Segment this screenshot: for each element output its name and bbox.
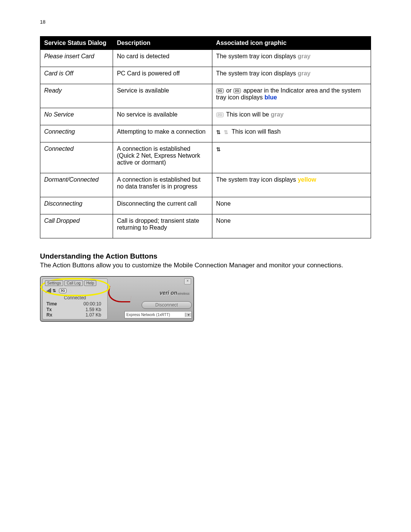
cell-icon: ⇅ ⇅ This icon will flash xyxy=(212,125,371,142)
th-desc: Description xyxy=(113,37,212,50)
cell-icon: 3G or 2G appear in the Indicator area an… xyxy=(212,84,371,108)
table-row: Please insert Card No card is detected T… xyxy=(40,50,371,67)
network-value: Express Network (1xRTT) xyxy=(125,313,185,317)
status-label: Connected xyxy=(45,295,105,300)
table-row: Disconnecting Disconnecting the current … xyxy=(40,197,371,214)
arrows-icon: ⇅ xyxy=(216,146,221,152)
cell-status: Call Dropped xyxy=(40,214,113,238)
table-row: Connected A connection is established (Q… xyxy=(40,142,371,173)
roaming-icon: △ xyxy=(69,288,72,293)
color-word: gray xyxy=(298,53,311,59)
cell-status: No Service xyxy=(40,108,113,125)
2g-gray-icon: 2G xyxy=(216,112,224,117)
time-value: 00:00:10 xyxy=(67,301,105,307)
cell-status: Connected xyxy=(40,142,113,173)
cell-status: Ready xyxy=(40,84,113,108)
arrows-icon: ⇅ xyxy=(53,288,56,293)
cell-status: Card is Off xyxy=(40,67,113,84)
tx-key: Tx xyxy=(45,307,67,312)
cell-desc: Disconnecting the current call xyxy=(113,197,212,214)
icon-text: The system tray icon displays xyxy=(216,70,298,77)
calllog-button[interactable]: Call Log xyxy=(64,280,83,286)
cell-desc: No card is detected xyxy=(113,50,212,67)
cell-icon: 2G This icon will be gray xyxy=(212,108,371,125)
service-status-table: Service Status Dialog Description Associ… xyxy=(40,36,371,238)
help-button[interactable]: Help xyxy=(84,280,97,286)
rx-key: Rx xyxy=(45,312,67,318)
cell-status: Disconnecting xyxy=(40,197,113,214)
table-row: Connecting Attempting to make a connecti… xyxy=(40,125,371,142)
3g-icon: 3G xyxy=(216,88,224,93)
time-key: Time xyxy=(45,301,67,307)
section-body: The Action Buttons allow you to customiz… xyxy=(40,261,371,269)
cell-desc: Call is dropped; transient state returni… xyxy=(113,214,212,238)
color-word: yellow xyxy=(298,176,316,183)
cell-desc: A connection is established but no data … xyxy=(113,173,212,197)
connection-manager-window: × Settings Call Log Help ⇅ 3G △ Connecte… xyxy=(40,276,194,322)
tx-value: 1.59 Kb xyxy=(67,307,105,312)
logo-sub: wireless xyxy=(177,292,190,296)
3g-icon: 3G xyxy=(59,288,67,293)
arrows-faded-icon: ⇅ xyxy=(224,129,228,135)
color-word: gray xyxy=(271,111,284,118)
table-row: Card is Off PC Card is powered off The s… xyxy=(40,67,371,84)
cell-icon: The system tray icon displays gray xyxy=(212,67,371,84)
signal-icon xyxy=(46,288,51,293)
network-select[interactable]: Express Network (1xRTT) ▾ xyxy=(124,311,192,318)
cell-icon: The system tray icon displays gray xyxy=(212,50,371,67)
disconnect-button[interactable]: Disconnect xyxy=(142,301,192,309)
cell-status: Dormant/Connected xyxy=(40,173,113,197)
stats: Time00:00:10 Tx1.59 Kb Rx1.07 Kb xyxy=(45,301,105,318)
table-row: No Service No service is available 2G Th… xyxy=(40,108,371,125)
th-status: Service Status Dialog xyxy=(40,37,113,50)
rx-value: 1.07 Kb xyxy=(67,312,105,318)
cell-desc: PC Card is powered off xyxy=(113,67,212,84)
page-number: 18 xyxy=(40,19,371,25)
table-row: Call Dropped Call is dropped; transient … xyxy=(40,214,371,238)
cell-desc: A connection is established (Quick 2 Net… xyxy=(113,142,212,173)
th-icon: Associated icon graphic xyxy=(212,37,371,50)
cell-status: Please insert Card xyxy=(40,50,113,67)
cell-desc: No service is available xyxy=(113,108,212,125)
chevron-down-icon[interactable]: ▾ xyxy=(185,313,191,317)
cell-icon: None xyxy=(212,197,371,214)
status-panel: Settings Call Log Help ⇅ 3G △ Connected … xyxy=(42,278,108,320)
cell-desc: Service is available xyxy=(113,84,212,108)
icon-text: This icon will flash xyxy=(231,128,280,135)
2g-icon: 2G xyxy=(233,88,241,93)
icon-text: The system tray icon displays xyxy=(216,53,298,59)
table-row: Dormant/Connected A connection is establ… xyxy=(40,173,371,197)
cell-icon: ⇅ xyxy=(212,142,371,173)
section-heading: Understanding the Action Buttons xyxy=(40,252,371,260)
settings-button[interactable]: Settings xyxy=(45,280,63,286)
icon-text: or xyxy=(226,87,233,94)
arrows-icon: ⇅ xyxy=(216,129,221,135)
color-word: blue xyxy=(264,94,277,101)
swoosh-icon xyxy=(106,286,133,302)
logo-main: veri on xyxy=(160,290,177,296)
indicator-row: ⇅ 3G △ xyxy=(46,288,105,294)
cell-status: Connecting xyxy=(40,125,113,142)
table-row: Ready Service is available 3G or 2G appe… xyxy=(40,84,371,108)
icon-text: The system tray icon displays xyxy=(216,176,298,183)
cell-icon: The system tray icon displays yellow xyxy=(212,173,371,197)
color-word: gray xyxy=(298,70,311,77)
icon-text: This icon will be xyxy=(226,111,271,118)
cell-icon: None xyxy=(212,214,371,238)
cell-desc: Attempting to make a connection xyxy=(113,125,212,142)
